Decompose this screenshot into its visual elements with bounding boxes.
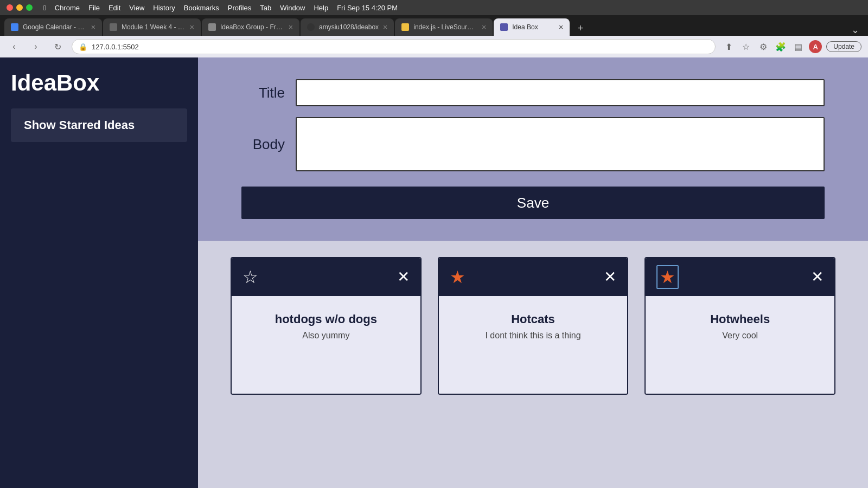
title-input[interactable]: [296, 79, 825, 106]
view-menu[interactable]: View: [129, 4, 144, 12]
file-menu[interactable]: File: [88, 4, 100, 12]
toolbar-icons: ⬆ ☆ ⚙ 🧩 ▤ A Update: [722, 40, 861, 53]
tab-title-indexjs: index.js - LiveSourEyestrain...: [413, 23, 477, 31]
edit-menu[interactable]: Edit: [108, 4, 120, 12]
minimize-window-button[interactable]: [16, 4, 23, 11]
card-header-1: ☆ ✕: [232, 258, 420, 296]
window-menu[interactable]: Window: [280, 4, 305, 12]
tab-favicon-ideabox-group: [208, 23, 216, 31]
profiles-menu[interactable]: Profiles: [228, 4, 251, 12]
star-button-2[interactable]: ★: [450, 268, 465, 286]
tab-list-button[interactable]: ⌄: [847, 24, 864, 36]
share-icon[interactable]: ⬆: [722, 40, 735, 53]
tab-ideabox[interactable]: Idea Box ×: [494, 18, 570, 36]
card-header-2: ★ ✕: [439, 258, 628, 296]
delete-button-1[interactable]: ✕: [397, 269, 410, 285]
reload-button[interactable]: ↻: [50, 39, 65, 54]
chrome-menu[interactable]: Chrome: [55, 4, 80, 12]
tab-close-github[interactable]: ×: [383, 23, 387, 31]
card-header-3: ★ ✕: [646, 258, 834, 296]
idea-card-1: ☆ ✕ hotdogs w/o dogs Also yummy: [231, 257, 422, 395]
card-body-1: hotdogs w/o dogs Also yummy: [232, 296, 420, 394]
idea-card-2: ★ ✕ Hotcats I dont think this is a thing: [438, 257, 629, 395]
traffic-lights: [7, 4, 33, 11]
back-button[interactable]: ‹: [7, 39, 22, 54]
lock-icon: 🔒: [79, 43, 87, 51]
app-title: IdeaBox: [11, 70, 187, 95]
card-text-2: I dont think this is a thing: [450, 331, 617, 341]
card-text-3: Very cool: [656, 331, 824, 341]
star-button-3[interactable]: ★: [656, 265, 679, 289]
close-window-button[interactable]: [7, 4, 13, 11]
card-title-2: Hotcats: [450, 312, 617, 326]
tab-close-calendar[interactable]: ×: [91, 23, 95, 31]
tab-github[interactable]: amysiu1028/ideabox ×: [301, 18, 394, 36]
extensions-icon[interactable]: 🧩: [774, 40, 787, 53]
title-label: Title: [241, 85, 285, 101]
form-section: Title Body Save: [198, 57, 868, 241]
tab-close-ideabox-group[interactable]: ×: [289, 23, 293, 31]
new-tab-button[interactable]: +: [573, 21, 588, 36]
tab-title-calendar: Google Calendar - Week of S...: [23, 23, 87, 31]
menu-bar:  Chrome File Edit View History Bookmark…: [37, 2, 404, 14]
sidebar-toggle[interactable]: ▤: [792, 40, 805, 53]
body-input[interactable]: [296, 117, 825, 171]
tab-title-ideabox: Idea Box: [512, 23, 554, 31]
body-row: Body: [241, 117, 825, 171]
tab-title-module: Module 1 Week 4 - Career De...: [122, 23, 186, 31]
app-container: IdeaBox Show Starred Ideas Title Body Sa…: [0, 57, 868, 488]
body-label: Body: [241, 136, 285, 153]
browser-chrome:  Chrome File Edit View History Bookmark…: [0, 0, 868, 57]
address-bar-row: ‹ › ↻ 🔒 127.0.0.1:5502 ⬆ ☆ ⚙ 🧩 ▤ A Updat…: [0, 36, 868, 57]
tab-favicon-module: [110, 23, 117, 31]
delete-button-3[interactable]: ✕: [811, 269, 824, 285]
tab-close-indexjs[interactable]: ×: [482, 23, 486, 31]
update-button[interactable]: Update: [826, 41, 861, 52]
tab-menu[interactable]: Tab: [260, 4, 271, 12]
tab-favicon-github: [307, 23, 315, 31]
card-title-3: Hotwheels: [656, 312, 824, 326]
address-bar[interactable]: 🔒 127.0.0.1:5502: [72, 39, 716, 54]
card-body-3: Hotwheels Very cool: [646, 296, 834, 394]
save-button[interactable]: Save: [241, 187, 825, 219]
tab-indexjs[interactable]: index.js - LiveSourEyestrain... ×: [395, 18, 493, 36]
idea-card-3: ★ ✕ Hotwheels Very cool: [644, 257, 835, 395]
tab-google-calendar[interactable]: Google Calendar - Week of S... ×: [4, 18, 102, 36]
tab-favicon-calendar: [11, 23, 18, 31]
tab-close-ideabox[interactable]: ×: [559, 23, 563, 31]
profile-avatar[interactable]: A: [809, 40, 822, 53]
forward-button[interactable]: ›: [28, 39, 43, 54]
delete-button-2[interactable]: ✕: [604, 269, 616, 285]
title-row: Title: [241, 79, 825, 106]
address-text: 127.0.0.1:5502: [92, 43, 139, 51]
sidebar: IdeaBox Show Starred Ideas: [0, 57, 198, 488]
tab-favicon-indexjs: [401, 23, 409, 31]
history-menu[interactable]: History: [153, 4, 175, 12]
show-starred-button[interactable]: Show Starred Ideas: [11, 108, 187, 142]
main-content: Title Body Save ☆ ✕ hotdogs w/o dogs Als…: [198, 57, 868, 488]
bookmarks-menu[interactable]: Bookmarks: [184, 4, 219, 12]
tab-module[interactable]: Module 1 Week 4 - Career De... ×: [103, 18, 201, 36]
title-bar:  Chrome File Edit View History Bookmark…: [0, 0, 868, 15]
star-button-1[interactable]: ☆: [242, 268, 258, 286]
tab-title-ideabox-group: IdeaBox Group - Front-End E...: [220, 23, 284, 31]
maximize-window-button[interactable]: [26, 4, 33, 11]
card-title-1: hotdogs w/o dogs: [242, 312, 410, 326]
apple-menu[interactable]: : [43, 4, 46, 12]
card-text-1: Also yummy: [242, 331, 410, 341]
bookmark-icon[interactable]: ☆: [739, 40, 752, 53]
tab-favicon-ideabox: [500, 23, 508, 31]
card-body-2: Hotcats I dont think this is a thing: [439, 296, 628, 394]
cards-section: ☆ ✕ hotdogs w/o dogs Also yummy ★ ✕ Hotc…: [198, 241, 868, 488]
tab-ideabox-group[interactable]: IdeaBox Group - Front-End E... ×: [202, 18, 299, 36]
tabs-bar: Google Calendar - Week of S... × Module …: [0, 15, 868, 36]
tab-title-github: amysiu1028/ideabox: [319, 23, 379, 31]
settings-icon[interactable]: ⚙: [757, 40, 770, 53]
tab-close-module[interactable]: ×: [190, 23, 194, 31]
clock: Fri Sep 15 4:20 PM: [337, 4, 398, 12]
help-menu[interactable]: Help: [314, 4, 328, 12]
